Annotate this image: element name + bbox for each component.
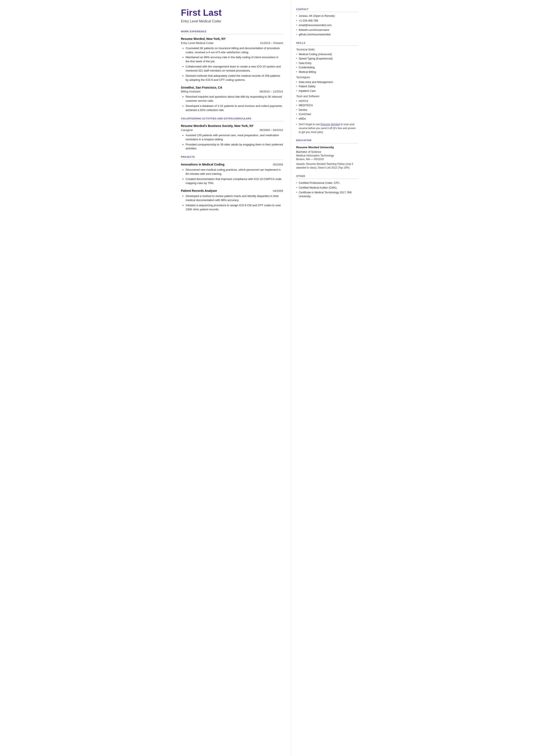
- other-divider: [296, 179, 358, 179]
- skills-title: SKILLS: [296, 42, 358, 44]
- role-line-2: Billing Assistant 06/2010 – 12/2014: [181, 90, 283, 94]
- role-title-2: Billing Assistant: [181, 90, 200, 94]
- resume-worded-link[interactable]: Resume Worded: [321, 123, 340, 126]
- project-date-1: 05/2009: [273, 163, 283, 167]
- other-item-2: Certified Medical Auditor (CMA).: [296, 186, 358, 190]
- volunteer-role-1: Caregiver: [181, 128, 193, 132]
- skill-item: Speed Typing (Experienced): [296, 57, 358, 61]
- role-title-1: Entry Level Medical Coder: [181, 41, 214, 45]
- contact-github: github.com/resumeworded: [296, 33, 358, 37]
- skill-item: Medical Billing: [296, 70, 358, 74]
- project-block-2: Patient Records Analyzer 04/2009 Develop…: [181, 189, 283, 211]
- job-block-2: Growthsi, San Francisco, CA Billing Assi…: [181, 86, 283, 112]
- edu-location-date: Boston, MA — 05/2010: [296, 157, 358, 161]
- skill-item: Credentialing: [296, 66, 358, 70]
- project-header-2: Patient Records Analyzer 04/2009: [181, 189, 283, 193]
- project-bullets-1: Discovered new medical coding practices,…: [181, 168, 283, 185]
- skill-item: eMDs: [296, 117, 358, 121]
- resume-worded-promo: Don't forget to use Resume Worded to sca…: [296, 123, 358, 134]
- skills-divider: [296, 45, 358, 46]
- projects-title: PROJECTS: [181, 155, 283, 159]
- employer-name-2: Growthsi, San Francisco, CA: [181, 86, 283, 90]
- skill-item: HCPCS: [296, 99, 358, 103]
- bullet-item: Counseled 3K patients on insurance billi…: [186, 46, 283, 55]
- education-title: EDUCATION: [296, 139, 358, 142]
- bullet-item: Maintained an 86% accuracy rate in the d…: [186, 55, 283, 64]
- employer-name-1: Resume Worded, New York, NY: [181, 37, 283, 41]
- other-section: OTHER Certified Professional Coder, CPC.…: [296, 175, 358, 199]
- volunteer-block-1: Resume Worded's Business Society, New Yo…: [181, 124, 283, 151]
- bullet-item: Discovered new medical coding practices,…: [186, 168, 283, 176]
- work-experience-title: WORK EXPERIENCE: [181, 30, 283, 33]
- skill-item: Patient Safety: [296, 85, 358, 89]
- job-block-1: Resume Worded, New York, NY Entry Level …: [181, 37, 283, 82]
- contact-phone: +1-234-456-789: [296, 19, 358, 23]
- skill-item: Data entry and Management: [296, 80, 358, 84]
- bullet-item: Devised methods that adequately coded th…: [186, 74, 283, 82]
- volunteering-title: VOLUNTEERING ACTIVITIES AND EXTRACURRICU…: [181, 117, 283, 120]
- job-bullets-2: Resolved inquiries and questions about l…: [181, 95, 283, 112]
- volunteer-role-line-1: Caregiver 06/2009 – 04/2010: [181, 128, 283, 132]
- other-item-3: Certificate in Medical Terminology 2017,…: [296, 190, 358, 198]
- skills-category-tools: Tools and Software:: [296, 95, 358, 98]
- promo-pre-text: Don't forget to use: [299, 123, 321, 126]
- projects-section: PROJECTS Innovations in Medical Coding 0…: [181, 155, 283, 211]
- bullet-item: Collaborated with the management team to…: [186, 65, 283, 73]
- edu-school: Resume Worded University: [296, 146, 358, 150]
- education-section: EDUCATION Resume Worded University Bache…: [296, 139, 358, 170]
- volunteer-dates-1: 06/2009 – 04/2010: [260, 128, 283, 132]
- skill-item: MEDITECH: [296, 104, 358, 107]
- project-header-1: Innovations in Medical Coding 05/2009: [181, 162, 283, 167]
- bullet-item: Resolved inquiries and questions about l…: [186, 95, 283, 103]
- skill-item: Inpatient Care: [296, 89, 358, 93]
- date-range-1: 01/2015 – Present: [260, 41, 283, 45]
- right-column: CONTACT Juneau, AK (Open to Remote) +1-2…: [291, 0, 365, 756]
- other-title: OTHER: [296, 175, 358, 178]
- skill-item: ComChart: [296, 113, 358, 116]
- other-item-1: Certified Professional Coder, CPC.: [296, 181, 358, 185]
- volunteer-employer-1: Resume Worded's Business Society, New Yo…: [181, 124, 283, 128]
- project-bullets-2: Developed a method to review patient cha…: [181, 194, 283, 211]
- project-block-1: Innovations in Medical Coding 05/2009 Di…: [181, 162, 283, 185]
- date-range-2: 06/2010 – 12/2014: [260, 90, 283, 94]
- volunteer-bullets-1: Assisted 130 patients with personal care…: [181, 133, 283, 151]
- project-name-1: Innovations in Medical Coding: [181, 162, 225, 167]
- bullet-item: Created documentation that improves comp…: [186, 177, 283, 185]
- contact-divider: [296, 12, 358, 12]
- left-column: First Last Entry Level Medical Coder WOR…: [171, 0, 291, 756]
- bullet-item: Initiated a sequencing procedure to assi…: [186, 204, 283, 211]
- skill-item: Data Entry: [296, 61, 358, 65]
- edu-degree: Bachelor of Science: [296, 150, 358, 154]
- contact-section: CONTACT Juneau, AK (Open to Remote) +1-2…: [296, 8, 358, 37]
- work-experience-section: WORK EXPERIENCE Resume Worded, New York,…: [181, 30, 283, 112]
- skills-category-techniques: Techniques:: [296, 76, 358, 79]
- applicant-job-title: Entry Level Medical Coder: [181, 19, 283, 24]
- bullet-item: Provided companionship to 39 older adult…: [186, 143, 283, 151]
- contact-linkedin: linkedin.com/in/username: [296, 28, 358, 32]
- skill-item: Dentrix: [296, 108, 358, 112]
- contact-location: Juneau, AK (Open to Remote): [296, 14, 358, 18]
- skills-category-technical: Technical Skills:: [296, 48, 358, 52]
- bullet-item: Assisted 130 patients with personal care…: [186, 133, 283, 142]
- education-divider: [296, 143, 358, 143]
- work-experience-divider: [181, 34, 283, 34]
- contact-title: CONTACT: [296, 8, 358, 11]
- role-line-1: Entry Level Medical Coder 01/2015 – Pres…: [181, 41, 283, 45]
- skills-section: SKILLS Technical Skills: Medical Coding …: [296, 42, 358, 134]
- volunteering-section: VOLUNTEERING ACTIVITIES AND EXTRACURRICU…: [181, 117, 283, 151]
- project-name-2: Patient Records Analyzer: [181, 189, 217, 193]
- skill-item: Medical Coding (Advanced): [296, 53, 358, 56]
- project-date-2: 04/2009: [273, 189, 283, 193]
- bullet-item: Developed a method to review patient cha…: [186, 194, 283, 202]
- applicant-name: First Last: [181, 8, 283, 18]
- edu-field: Medical Information Technology: [296, 154, 358, 158]
- bullet-item: Developed a database of 3.1K patients to…: [186, 104, 283, 112]
- edu-awards: Awards: Resume Worded Teaching Fellow (o…: [296, 162, 358, 170]
- job-bullets-1: Counseled 3K patients on insurance billi…: [181, 46, 283, 82]
- contact-email: email@resumeworded.com: [296, 23, 358, 27]
